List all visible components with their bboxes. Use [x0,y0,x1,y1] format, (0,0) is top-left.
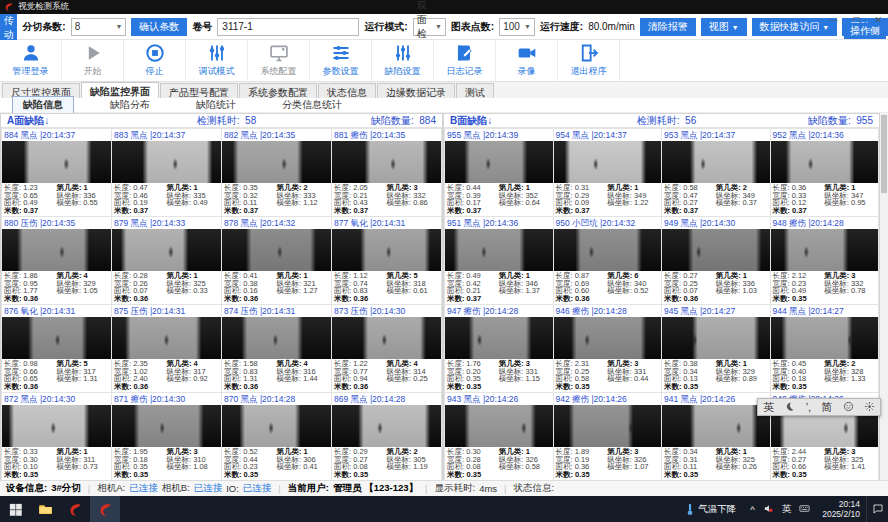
ime-simplified-toggle[interactable]: 简 [821,402,832,413]
toolbar-button-label: 录像 [518,65,536,78]
roll-number-input[interactable] [217,18,359,36]
scrollbar-thumb[interactable] [881,115,887,193]
defect-cell[interactable]: 881 擦伤 |20:14:35 长度: 2.05 宽度: 0.21 面积: 0… [332,129,441,216]
display-time-label: 显示耗时: [434,482,475,495]
toolbar-button-camera[interactable]: 录像 [496,40,558,81]
keyboard-icon[interactable] [799,503,810,516]
panel-defect-count: 缺陷数量: 955 [733,114,873,128]
defect-cell[interactable]: 942 擦伤 |20:14:26 长度: 1.89 宽度: 0.19 面积: 0… [554,393,662,480]
sub-tab-2[interactable]: 缺陷统计 [186,97,246,113]
defect-cell-info: 长度: 1.23 宽度: 0.65 面积: 0.49 米数: 0.37 第几类:… [2,183,111,216]
main-tab-4[interactable]: 状态信息 [318,83,376,98]
tray-language-badge[interactable]: 英 [782,503,792,516]
volume-icon[interactable] [763,503,774,516]
defect-cell[interactable]: 952 黑点 |20:14:36 长度: 0.36 宽度: 0.33 面积: 0… [771,129,879,216]
user-icon [21,43,41,63]
main-tab-5[interactable]: 边缘数据记录 [377,83,455,98]
status-bar: 设备信息: 3#分切 | 相机A: 已连接 相机B: 已连接 IO: 已连接 |… [0,480,888,496]
defect-cell[interactable]: 943 黑点 |20:14:26 长度: 0.30 宽度: 0.28 面积: 0… [445,393,553,480]
defect-thumbnail [554,317,662,359]
defect-cell[interactable]: 948 擦伤 |20:14:28 长度: 2.12 宽度: 0.23 面积: 0… [771,217,879,304]
defect-meter: 米数: 0.37 [224,207,277,215]
side-left-button[interactable]: 传动侧 [0,14,17,40]
defect-cell[interactable]: 951 黑点 |20:14:36 长度: 0.49 宽度: 0.42 面积: 0… [445,217,553,304]
weather-widget[interactable]: 气温下降 [677,503,744,516]
defect-cell[interactable]: 944 黑点 |20:14:27 长度: 0.45 宽度: 0.40 面积: 0… [771,305,879,392]
gear-icon[interactable] [864,401,875,414]
toolbar-button-exit[interactable]: 退出程序 [558,40,620,81]
main-tab-2[interactable]: 产品型号配置 [160,83,238,98]
defect-cell-header: 949 黑点 |20:14:30 [662,217,770,229]
toolbar-button-play[interactable]: 开始 [62,40,124,81]
defect-thumbnail [2,405,111,447]
defect-cell[interactable]: 878 黑点 |20:14:32 长度: 0.41 宽度: 0.38 面积: 0… [222,217,331,304]
defect-xcoord: 横坐标: 0.37 [716,199,768,207]
action-center-icon[interactable] [866,496,888,522]
slit-count-select[interactable]: 8▼ [71,18,127,36]
toolbar-button-debug-sliders[interactable]: 调试模式 [186,40,248,81]
run-mode-select[interactable]: 双面检测▼ [413,18,446,36]
clear-alarm-button[interactable]: 清除报警 [640,18,696,36]
defect-meter: 米数: 0.36 [4,295,57,303]
confirm-count-button[interactable]: 确认条数 [131,18,187,36]
defect-cell[interactable]: 871 擦伤 |20:14:30 长度: 1.95 宽度: 0.18 面积: 0… [112,393,221,480]
defect-cell-info: 长度: 0.47 宽度: 0.46 面积: 0.19 米数: 0.37 第几类:… [112,183,221,216]
sub-tab-1[interactable]: 缺陷分布 [100,97,160,113]
sub-tab-3[interactable]: 分类信息统计 [272,97,352,113]
defect-cell[interactable]: 949 黑点 |20:14:30 长度: 0.27 宽度: 0.25 面积: 0… [662,217,770,304]
toolbar-button-user[interactable]: 管理登录 [0,40,62,81]
main-tab-3[interactable]: 系统参数配置 [239,83,317,98]
side-right-button[interactable]: 操作侧 [844,23,886,39]
defect-cell[interactable]: 870 黑点 |20:14:28 长度: 0.52 宽度: 0.44 面积: 0… [222,393,331,480]
defect-cell[interactable]: 947 擦伤 |20:14:28 长度: 1.76 宽度: 0.20 面积: 0… [445,305,553,392]
file-explorer-icon[interactable] [30,496,60,522]
sub-tab-0[interactable]: 缺陷信息 [12,96,74,114]
defect-cell[interactable]: 876 氧化 |20:14:31 长度: 0.98 宽度: 0.66 面积: 0… [2,305,111,392]
defect-cell[interactable]: 872 黑点 |20:14:30 长度: 0.33 宽度: 0.30 面积: 0… [2,393,111,480]
main-tab-6[interactable]: 测试 [456,83,494,98]
minimize-button[interactable]: — [829,15,838,25]
defect-cell[interactable]: 882 黑点 |20:14:35 长度: 0.35 宽度: 0.32 面积: 0… [222,129,331,216]
device-info-value: 3#分切 [51,482,81,495]
view-menu-button[interactable]: 视图 ▼ [701,18,747,36]
toolbar-button-hsliders[interactable]: 参数设置 [310,40,372,81]
toolbar-button-log[interactable]: 日志记录 [434,40,496,81]
main-tab-1[interactable]: 缺陷监控界面 [81,82,159,98]
defect-cell[interactable]: 869 黑点 |20:14:28 长度: 0.29 宽度: 0.27 面积: 0… [332,393,441,480]
toolbar-button-stop[interactable]: 停止 [124,40,186,81]
defect-cell[interactable]: 875 压伤 |20:14:31 长度: 2.35 宽度: 1.02 面积: 2… [112,305,221,392]
tray-expand-chevron[interactable]: ^ [750,504,754,515]
defect-cell-info: 长度: 1.76 宽度: 0.20 面积: 0.35 米数: 0.35 第几类:… [445,359,553,392]
inspection-app-icon-active[interactable] [90,496,120,522]
chart-points-select[interactable]: 100▼ [499,18,535,36]
toolbar-button-vsliders[interactable]: 缺陷设置 [372,40,434,81]
defect-cell[interactable]: 879 黑点 |20:14:33 长度: 0.28 宽度: 0.26 面积: 0… [112,217,221,304]
vertical-scrollbar[interactable] [880,113,888,480]
defect-cell[interactable]: 884 黑点 |20:14:37 长度: 1.23 宽度: 0.65 面积: 0… [2,129,111,216]
defect-meter: 米数: 0.37 [114,207,167,215]
emoji-icon[interactable] [843,401,854,414]
ime-english-toggle[interactable]: 英 [763,402,774,413]
defect-cell[interactable]: 874 压伤 |20:14:31 长度: 1.58 宽度: 0.83 面积: 1… [222,305,331,392]
defect-cell[interactable]: 955 黑点 |20:14:39 长度: 0.44 宽度: 0.39 面积: 0… [445,129,553,216]
defect-cell[interactable]: 880 压伤 |20:14:35 长度: 1.86 宽度: 0.95 面积: 1… [2,217,111,304]
device-info-label: 设备信息: [6,482,47,495]
ime-punctuation-toggle[interactable]: ’, [806,402,812,413]
defect-cell[interactable]: 873 压伤 |20:14:30 长度: 1.22 宽度: 0.77 面积: 0… [332,305,441,392]
inspection-app-icon[interactable] [60,496,90,522]
data-quick-access-menu-button[interactable]: 数据快捷访问 ▼ [752,18,838,36]
toolbar-button-monitor[interactable]: 系统配置 [248,40,310,81]
defect-cell[interactable]: 946 擦伤 |20:14:28 长度: 2.31 宽度: 0.25 面积: 0… [554,305,662,392]
defect-thumbnail [771,317,879,359]
defect-cell[interactable]: 941 黑点 |20:14:26 长度: 0.34 宽度: 0.31 面积: 0… [662,393,770,480]
defect-cell[interactable]: 950 小凹坑 |20:14:32 长度: 0.87 宽度: 0.69 面积: … [554,217,662,304]
defect-cell[interactable]: 954 黑点 |20:14:37 长度: 0.31 宽度: 0.29 面积: 0… [554,129,662,216]
defect-cell[interactable]: 877 氧化 |20:14:31 长度: 1.12 宽度: 0.74 面积: 0… [332,217,441,304]
defect-cell[interactable]: 953 黑点 |20:14:37 长度: 0.58 宽度: 0.47 面积: 0… [662,129,770,216]
taskbar-clock[interactable]: 20:14 2025/2/10 [816,499,866,519]
defect-thumbnail [554,229,662,271]
defect-cell[interactable]: 945 黑点 |20:14:27 长度: 0.38 宽度: 0.34 面积: 0… [662,305,770,392]
start-button[interactable] [0,496,30,522]
moon-icon[interactable] [784,401,795,414]
defect-cell[interactable]: 883 黑点 |20:14:37 长度: 0.47 宽度: 0.46 面积: 0… [112,129,221,216]
